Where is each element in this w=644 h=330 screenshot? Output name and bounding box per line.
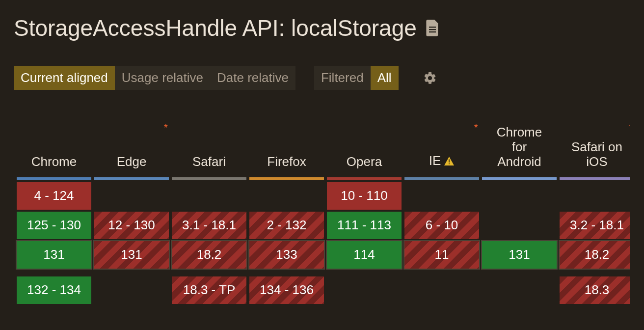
asterisk-icon: * xyxy=(163,121,168,134)
svg-rect-2 xyxy=(429,31,436,32)
version-cell[interactable]: 125 - 130 xyxy=(17,212,91,239)
browser-bar-ie xyxy=(404,177,479,180)
version-cell[interactable]: 3.2 - 18.1 xyxy=(560,212,630,239)
filter-all[interactable]: All xyxy=(371,66,399,90)
document-icon[interactable] xyxy=(426,20,439,36)
version-cell[interactable]: 111 - 113 xyxy=(327,212,402,239)
browser-bar-opera xyxy=(327,177,402,180)
view-mode-date-relative[interactable]: Date relative xyxy=(210,66,295,90)
empty-cell xyxy=(482,212,557,239)
empty-cell xyxy=(94,276,169,304)
empty-cell xyxy=(249,182,324,210)
browser-header-edge[interactable]: Edge* xyxy=(94,122,169,175)
empty-cell xyxy=(327,276,402,304)
view-toolbar: Current alignedUsage relativeDate relati… xyxy=(14,66,630,90)
browser-header-opera[interactable]: Opera xyxy=(327,122,402,175)
browser-bar-safari xyxy=(172,177,246,180)
version-cell[interactable]: 18.2 xyxy=(172,241,246,269)
gear-icon[interactable] xyxy=(421,69,439,87)
support-table-container: ChromeEdge*SafariFirefoxOperaIE*Chromefo… xyxy=(14,120,630,306)
filter-group: FilteredAll xyxy=(314,66,399,90)
empty-cell xyxy=(482,182,557,210)
page-title: StorageAccessHandle API: localStorage xyxy=(14,15,630,41)
view-mode-current-aligned[interactable]: Current aligned xyxy=(14,66,115,90)
version-cell[interactable]: 2 - 132 xyxy=(249,212,324,239)
empty-cell xyxy=(94,182,169,210)
support-table: ChromeEdge*SafariFirefoxOperaIE*Chromefo… xyxy=(14,120,630,306)
table-row: 4 - 12410 - 110 xyxy=(17,182,630,210)
browser-header-chrome-for-android[interactable]: ChromeforAndroid xyxy=(482,122,557,175)
version-cell[interactable]: 18.2 xyxy=(560,241,630,269)
browser-bar-edge xyxy=(94,177,169,180)
version-cell[interactable]: 10 - 110 xyxy=(327,182,402,210)
version-cell[interactable]: 18.3 xyxy=(560,276,630,304)
version-cell[interactable]: 12 - 130 xyxy=(94,212,169,239)
empty-cell xyxy=(172,182,246,210)
page-title-text: StorageAccessHandle API: localStorage xyxy=(14,15,417,41)
version-cell[interactable]: 131 xyxy=(17,241,91,269)
browser-header-safari[interactable]: Safari xyxy=(172,122,246,175)
version-cell[interactable]: 134 - 136 xyxy=(249,276,324,304)
svg-rect-4 xyxy=(449,163,450,164)
warning-icon xyxy=(444,155,455,169)
version-cell[interactable]: 132 - 134 xyxy=(17,276,91,304)
browser-bar-cfa xyxy=(482,177,557,180)
filter-filtered[interactable]: Filtered xyxy=(314,66,371,90)
version-cell[interactable]: 114 xyxy=(327,241,402,269)
view-mode-group: Current alignedUsage relativeDate relati… xyxy=(14,66,295,90)
table-row: 125 - 13012 - 1303.1 - 18.12 - 132111 - … xyxy=(17,212,630,239)
browser-bar-chrome xyxy=(17,177,91,180)
svg-rect-1 xyxy=(429,29,436,30)
table-row: 13113118.21331141113118.2 xyxy=(17,241,630,269)
version-cell[interactable]: 11 xyxy=(404,241,479,269)
version-cell[interactable]: 3.1 - 18.1 xyxy=(172,212,246,239)
table-row: 132 - 13418.3 - TP134 - 13618.3 xyxy=(17,276,630,304)
browser-header-firefox[interactable]: Firefox xyxy=(249,122,324,175)
empty-cell xyxy=(482,276,557,304)
empty-cell xyxy=(404,276,479,304)
version-cell[interactable]: 131 xyxy=(94,241,169,269)
asterisk-icon: * xyxy=(629,121,630,134)
svg-rect-0 xyxy=(429,27,436,28)
version-cell[interactable]: 4 - 124 xyxy=(17,182,91,210)
browser-header-ie[interactable]: IE* xyxy=(404,122,479,175)
browser-header-safari-on-ios[interactable]: Safari oniOS* xyxy=(560,122,630,175)
version-cell[interactable]: 18.3 - TP xyxy=(172,276,246,304)
empty-cell xyxy=(560,182,630,210)
browser-bar-ios xyxy=(560,177,630,180)
browser-bar-firefox xyxy=(249,177,324,180)
version-cell[interactable]: 131 xyxy=(482,241,557,269)
empty-cell xyxy=(404,182,479,210)
version-cell[interactable]: 6 - 10 xyxy=(404,212,479,239)
svg-rect-3 xyxy=(449,159,450,162)
version-cell[interactable]: 133 xyxy=(249,241,324,269)
view-mode-usage-relative[interactable]: Usage relative xyxy=(115,66,210,90)
browser-header-chrome[interactable]: Chrome xyxy=(17,122,91,175)
asterisk-icon: * xyxy=(474,121,478,134)
